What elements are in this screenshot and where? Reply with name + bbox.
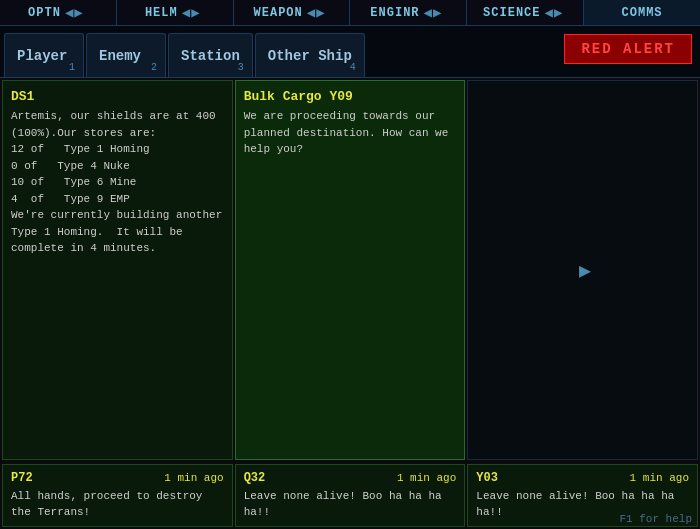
tab-other-ship-label: Other Ship [268,48,352,64]
nav-science-label: SCIENCE [483,6,540,20]
tab-player-number: 1 [69,62,75,73]
nav-arrow-optn: ◀▶ [65,4,84,21]
red-alert-button[interactable]: RED ALERT [564,34,692,64]
panel-empty: ▶ [467,80,698,460]
tab-other-ship[interactable]: Other Ship 4 [255,33,365,77]
nav-arrow-science: ◀▶ [545,4,564,21]
red-alert-label: RED ALERT [581,41,675,57]
tab-station[interactable]: Station 3 [168,33,253,77]
panel-bulk-cargo-text: We are proceeding towards our planned de… [244,108,457,158]
nav-science[interactable]: SCIENCE ◀▶ [467,0,584,25]
tabs-bar: Player 1 Enemy 2 Station 3 Other Ship 4 … [0,26,700,78]
nav-helm[interactable]: HELM ◀▶ [117,0,234,25]
card-p72-id: P72 [11,471,33,485]
nav-enginr-label: ENGINR [370,6,419,20]
help-text: F1 for help [619,513,692,525]
content-area: DS1 Artemis, our shields are at 400 (100… [0,78,700,529]
nav-weapon[interactable]: WEAPON ◀▶ [234,0,351,25]
panel-bulk-cargo-id: Bulk Cargo Y09 [244,89,457,104]
panel-bulk-cargo: Bulk Cargo Y09 We are proceeding towards… [235,80,466,460]
card-q32-id: Q32 [244,471,266,485]
panel-ds1: DS1 Artemis, our shields are at 400 (100… [2,80,233,460]
nav-weapon-label: WEAPON [254,6,303,20]
card-p72-text: All hands, proceed to destroy the Terran… [11,489,224,520]
nav-arrow-weapon: ◀▶ [307,4,326,21]
card-p72[interactable]: P72 1 min ago All hands, proceed to dest… [2,464,233,527]
tab-player-label: Player [17,48,67,64]
nav-arrow-helm: ◀▶ [182,4,201,21]
card-q32[interactable]: Q32 1 min ago Leave none alive! Boo ha h… [235,464,466,527]
card-q32-header: Q32 1 min ago [244,471,457,485]
tab-player[interactable]: Player 1 [4,33,84,77]
nav-comms-label: COMMS [622,6,663,20]
panels-bottom: P72 1 min ago All hands, proceed to dest… [0,462,700,529]
tab-enemy-number: 2 [151,62,157,73]
card-p72-time: 1 min ago [164,472,223,484]
card-y03-id: Y03 [476,471,498,485]
tab-other-ship-number: 4 [350,62,356,73]
nav-arrow-enginr: ◀▶ [424,4,443,21]
panel-ds1-id: DS1 [11,89,224,104]
tab-enemy[interactable]: Enemy 2 [86,33,166,77]
tab-station-number: 3 [238,62,244,73]
card-y03-header: Y03 1 min ago [476,471,689,485]
tab-station-label: Station [181,48,240,64]
card-q32-text: Leave none alive! Boo ha ha ha ha!! [244,489,457,520]
card-q32-time: 1 min ago [397,472,456,484]
nav-helm-label: HELM [145,6,178,20]
panel-ds1-text: Artemis, our shields are at 400 (100%).O… [11,108,224,257]
tab-enemy-label: Enemy [99,48,141,64]
top-nav: OPTN ◀▶ HELM ◀▶ WEAPON ◀▶ ENGINR ◀▶ SCIE… [0,0,700,26]
nav-enginr[interactable]: ENGINR ◀▶ [350,0,467,25]
cursor-icon: ▶ [579,258,591,283]
panels-top: DS1 Artemis, our shields are at 400 (100… [0,78,700,462]
nav-optn[interactable]: OPTN ◀▶ [0,0,117,25]
nav-comms[interactable]: COMMS [584,0,700,25]
nav-optn-label: OPTN [28,6,61,20]
card-p72-header: P72 1 min ago [11,471,224,485]
card-y03-time: 1 min ago [630,472,689,484]
